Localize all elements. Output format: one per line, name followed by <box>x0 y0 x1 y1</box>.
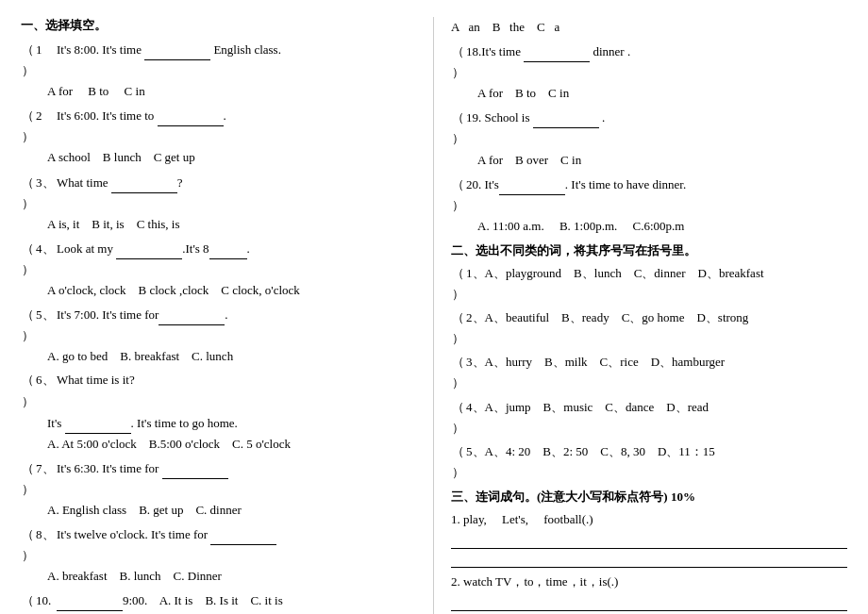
question-3: （ ） 3、 What time ? A is, it B it, is C t… <box>21 172 416 235</box>
sec3-q2: 2. watch TV，to，time，it，is(.) <box>451 572 847 614</box>
question-4: （ ） 4、 Look at my .It's 8 . A o'clock, c… <box>21 238 416 301</box>
paren-1: （ ） <box>21 40 34 81</box>
options-1: A for B to C in <box>21 81 416 102</box>
section1-title: 一、选择填空。 <box>21 17 416 34</box>
sec2-q5: （ ） 5、A、4: 20 B、2: 50 C、8, 30 D、11：15 <box>451 441 847 483</box>
question-6: （ ） 6、 What time is it? It's . It's time… <box>21 370 416 454</box>
question-18: （ ） 18.It's time dinner . A for B to C i… <box>451 41 847 104</box>
answer-line-2a <box>451 594 847 611</box>
blank-4a <box>116 238 182 259</box>
blank-4b <box>209 238 247 259</box>
blank-10 <box>57 589 123 611</box>
qnum-1: 1 <box>36 40 55 60</box>
section3-title: 三、连词成句。(注意大小写和标点符号) 10% <box>451 489 847 506</box>
right-options-header: A an B the C a <box>451 17 847 38</box>
sec2-q4: （ ） 4、A、jump B、music C、dance D、read <box>451 397 847 439</box>
sec2-q3: （ ） 3、A、hurry B、milk C、rice D、hamburger <box>451 352 847 393</box>
left-column: 一、选择填空。 （ ） 1 It's 8:00. It's time Engli… <box>21 17 434 614</box>
question-8: （ ） 8、 It's twelve o'clock. It's time fo… <box>21 523 416 587</box>
question-1: （ ） 1 It's 8:00. It's time English class… <box>21 39 416 102</box>
question-7: （ ） 7、 It's 6:30. It's time for A. Engli… <box>21 457 416 521</box>
answer-line-1b <box>451 551 847 568</box>
question-20: （ ） 20. It's . It's time to have dinner.… <box>451 174 847 237</box>
blank-6 <box>65 412 131 434</box>
page-container: 一、选择填空。 （ ） 1 It's 8:00. It's time Engli… <box>21 17 847 614</box>
right-column: A an B the C a （ ） 18.It's time dinner .… <box>434 17 847 614</box>
question-2: （ ） 2 It's 6:00. It's time to . A school… <box>21 105 416 168</box>
blank-5 <box>159 304 225 325</box>
answer-line-1a <box>451 532 847 549</box>
blank-1-1 <box>144 39 210 60</box>
question-10: （ ） 10. 9:00. A. It is B. Is it C. it is <box>21 589 416 614</box>
sec3-q1: 1. play, Let's, football(.) <box>451 509 847 568</box>
blank-3 <box>111 172 177 193</box>
what-time-text: What time ? <box>57 172 183 193</box>
section2-title: 二、选出不同类的词，将其序号写在括号里。 <box>451 242 847 259</box>
sec2-q1: （ ） 1、A、playground B、lunch C、dinner D、br… <box>451 263 847 305</box>
blank-7 <box>162 457 228 479</box>
question-19: （ ） 19. School is . A for B over C in <box>451 107 847 170</box>
question-5: （ ） 5、 It's 7:00. It's time for . A. go … <box>21 304 416 367</box>
blank-8 <box>210 523 276 545</box>
blank-2 <box>158 105 224 126</box>
blank-20 <box>499 174 565 195</box>
blank-19 <box>533 107 599 128</box>
sec2-q2: （ ） 2、A、beautiful B、ready C、go home D、st… <box>451 307 847 349</box>
blank-18 <box>524 41 590 62</box>
